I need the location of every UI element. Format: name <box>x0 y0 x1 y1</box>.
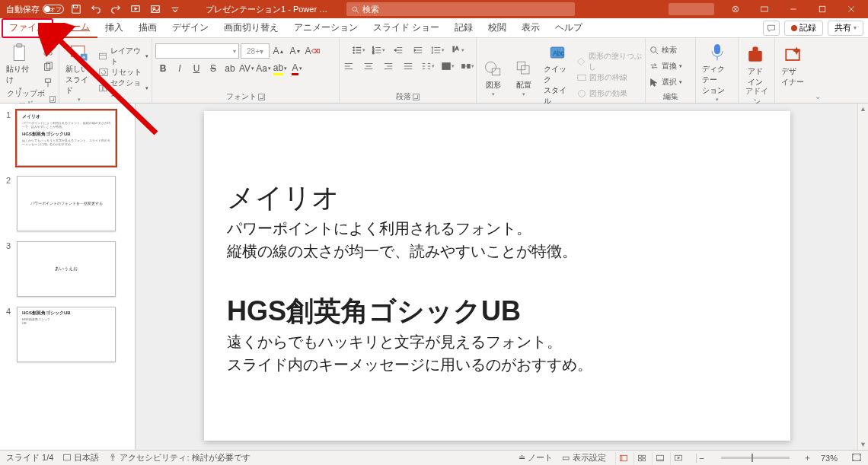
dictate-button[interactable]: ディクテー ション▾ <box>699 40 735 104</box>
zoom-in-icon[interactable]: ＋ <box>803 452 812 463</box>
find-button[interactable]: 検索 <box>649 43 682 58</box>
qat-overflow-icon[interactable] <box>168 2 183 17</box>
scroll-down-icon[interactable]: ▼ <box>858 439 868 450</box>
cut-icon[interactable] <box>40 43 56 59</box>
ribbon-tabs: ファイル ホーム 挿入 描画 デザイン 画面切り替え アニメーション スライド … <box>0 18 868 38</box>
vertical-scrollbar[interactable]: ▲ ▼ <box>857 104 868 450</box>
dialog-launcher-icon[interactable] <box>49 96 56 103</box>
search-box[interactable]: 検索 <box>346 2 575 16</box>
increase-font-icon[interactable]: A▲ <box>271 43 286 59</box>
maximize-icon[interactable] <box>809 0 836 18</box>
scroll-up-icon[interactable]: ▲ <box>858 104 868 114</box>
strike-button[interactable]: S <box>206 61 221 76</box>
copy-icon[interactable] <box>40 59 56 75</box>
shape-fill-button[interactable]: 図形の塗りつぶし <box>576 54 642 69</box>
font-size-input[interactable]: 28+▾ <box>241 43 270 59</box>
italic-button[interactable]: I <box>172 61 187 76</box>
ribbon-options-icon[interactable] <box>751 0 778 18</box>
tab-record[interactable]: 記録 <box>447 18 480 38</box>
slideshow-view-icon[interactable] <box>670 452 687 464</box>
align-text-icon[interactable]: ▾ <box>439 59 457 73</box>
font-name-input[interactable]: ▾ <box>155 43 239 59</box>
insert-picture-icon[interactable] <box>148 2 163 17</box>
share-button[interactable]: 共有▾ <box>828 21 863 36</box>
sorter-view-icon[interactable] <box>633 452 650 464</box>
tab-file[interactable]: ファイル <box>2 18 53 38</box>
numbering-icon[interactable]: 123▾ <box>369 43 388 57</box>
arrange-button[interactable]: 配置▾ <box>510 56 538 99</box>
align-center-icon[interactable] <box>359 59 378 73</box>
autosave-toggle[interactable]: 自動保存 オフ <box>6 4 64 15</box>
bullets-icon[interactable]: ▾ <box>349 43 368 57</box>
shape-effects-button[interactable]: 図形の効果 <box>576 86 642 101</box>
save-icon[interactable] <box>69 2 84 17</box>
redo-icon[interactable] <box>108 2 123 17</box>
user-account[interactable] <box>669 3 714 15</box>
normal-view-icon[interactable] <box>615 452 632 464</box>
record-button[interactable]: 記録 <box>784 21 823 36</box>
tab-review[interactable]: 校閲 <box>480 18 514 38</box>
align-right-icon[interactable] <box>379 59 397 73</box>
decrease-indent-icon[interactable] <box>389 43 407 57</box>
bold-button[interactable]: B <box>155 61 171 76</box>
layout-button[interactable]: レイアウト▾ <box>98 49 148 64</box>
tab-animations[interactable]: アニメーション <box>286 18 365 38</box>
accessibility-status[interactable]: アクセシビリティ: 検討が必要です <box>108 452 250 463</box>
align-left-icon[interactable] <box>340 59 358 73</box>
text-direction-icon[interactable]: ‖A▾ <box>448 43 467 57</box>
zoom-level[interactable]: 73% <box>821 454 838 463</box>
section-button[interactable]: セクション▾ <box>98 81 148 96</box>
smartart-icon[interactable]: ▾ <box>458 59 477 73</box>
close-icon[interactable] <box>838 0 865 18</box>
zoom-slider[interactable] <box>721 457 790 459</box>
tab-draw[interactable]: 描画 <box>131 18 164 38</box>
addins-button[interactable]: アド イン <box>742 43 769 89</box>
columns-icon[interactable]: ▾ <box>419 59 437 73</box>
thumbnail-2[interactable]: 2 パワーポイントのフォントを一括変更する <box>0 174 135 239</box>
font-color-button[interactable]: A▾ <box>289 61 305 76</box>
dialog-launcher-icon[interactable] <box>258 94 265 100</box>
tab-transitions[interactable]: 画面切り替え <box>216 18 286 38</box>
tab-view[interactable]: 表示 <box>514 18 547 38</box>
slide-canvas[interactable]: メイリオ パワーポイントによく利用されるフォント。縦横の線の太さが均一で、読みや… <box>204 111 790 441</box>
shape-outline-button[interactable]: 図形の枠線 <box>576 70 642 85</box>
decrease-font-icon[interactable]: A▼ <box>288 43 303 59</box>
paste-button[interactable]: 貼り付け▾ <box>3 40 37 94</box>
clear-format-icon[interactable]: A⌫ <box>305 43 320 59</box>
from-beginning-icon[interactable] <box>128 2 143 17</box>
tab-slideshow[interactable]: スライド ショー <box>365 18 447 38</box>
language-indicator[interactable]: 日本語 <box>62 452 99 463</box>
notes-button[interactable]: ≐ ノート <box>519 452 553 463</box>
dialog-launcher-icon[interactable] <box>413 94 420 100</box>
shapes-button[interactable]: 図形▾ <box>480 56 507 99</box>
minimize-icon[interactable] <box>780 0 807 18</box>
thumbnail-4[interactable]: 4 HGS創英角ゴシックUB HGS創英角ゴシック UB <box>0 304 135 370</box>
spacing-button[interactable]: AV▾ <box>239 61 254 76</box>
slide-counter[interactable]: スライド 1/4 <box>6 452 53 463</box>
new-slide-button[interactable]: 新しい スライド▾ <box>62 40 95 104</box>
coming-soon-icon[interactable] <box>722 0 749 18</box>
collapse-ribbon-icon[interactable]: ⌄ <box>812 38 824 103</box>
increase-indent-icon[interactable] <box>409 43 427 57</box>
thumbnail-1[interactable]: 1 メイリオ パワーポイントによく利用されるフォント。縦横の線の太さが均一で、読… <box>0 108 135 174</box>
designer-button[interactable]: デザ イナー <box>778 43 807 89</box>
fit-to-window-icon[interactable] <box>851 452 862 464</box>
tab-help[interactable]: ヘルプ <box>547 18 590 38</box>
highlight-button[interactable]: ab▾ <box>273 61 288 76</box>
undo-icon[interactable] <box>88 2 104 17</box>
change-case-button[interactable]: Aa▾ <box>256 61 271 76</box>
tab-insert[interactable]: 挿入 <box>97 18 131 38</box>
replace-button[interactable]: 置換▾ <box>649 59 682 74</box>
select-button[interactable]: 選択▾ <box>649 75 682 90</box>
underline-button[interactable]: U <box>189 61 204 76</box>
thumbnail-3[interactable]: 3 あいうえお <box>0 239 135 304</box>
comments-button[interactable] <box>763 21 780 36</box>
reading-view-icon[interactable] <box>652 452 669 464</box>
shadow-button[interactable]: ab <box>222 61 238 76</box>
zoom-out-icon[interactable]: − <box>696 454 707 463</box>
display-settings-button[interactable]: ▭ 表示設定 <box>562 452 605 463</box>
tab-design[interactable]: デザイン <box>164 18 216 38</box>
tab-home[interactable]: ホーム <box>55 18 97 38</box>
justify-icon[interactable] <box>399 59 417 73</box>
line-spacing-icon[interactable]: ▾ <box>429 43 447 57</box>
